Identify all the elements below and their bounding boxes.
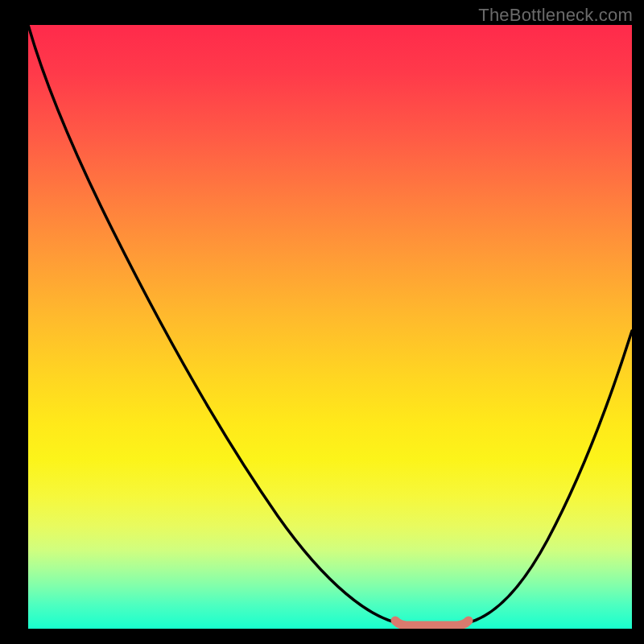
plot-area <box>28 25 632 629</box>
chart-frame: TheBottleneck.com <box>0 0 644 644</box>
curve-path <box>28 25 632 624</box>
watermark-text: TheBottleneck.com <box>478 5 633 26</box>
bottleneck-curve <box>28 25 632 629</box>
plateau-marker <box>395 621 469 625</box>
